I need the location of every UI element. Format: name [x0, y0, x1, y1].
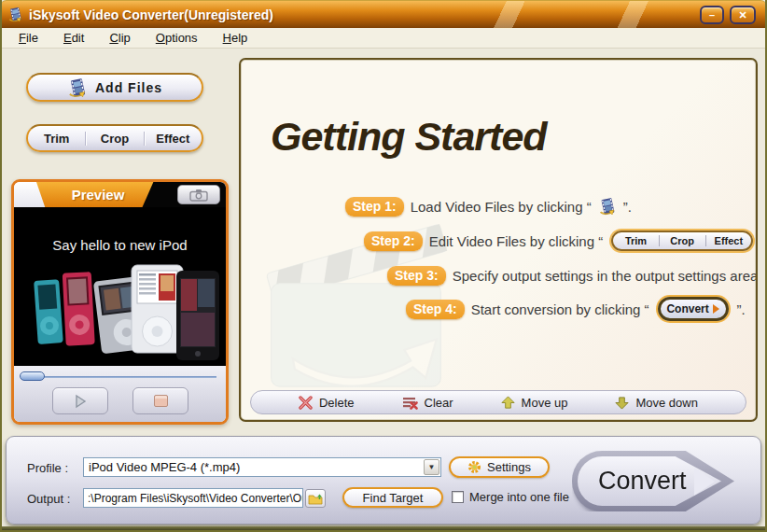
preview-tab: Preview [36, 182, 160, 207]
step-1-badge: Step 1: [345, 197, 404, 217]
step-4-badge: Step 4: [406, 300, 465, 319]
move-down-button[interactable]: Move down [615, 396, 697, 410]
merge-checkbox[interactable] [452, 491, 464, 503]
browse-output-folder-button[interactable] [305, 489, 326, 508]
play-icon [72, 393, 89, 410]
seek-slider-track[interactable] [23, 376, 216, 378]
menu-clip[interactable]: Clip [109, 31, 130, 45]
move-up-button[interactable]: Move up [501, 396, 568, 410]
output-settings-panel: Profile : iPod Video MPEG-4 (*.mp4) ▼ Se… [6, 436, 761, 525]
convert-label: Convert [598, 467, 687, 496]
menu-options[interactable]: Options [156, 31, 198, 45]
step-2-text: Edit Video Files by clicking “ [429, 233, 603, 249]
step-2-badge: Step 2: [364, 231, 423, 251]
play-button[interactable] [52, 387, 108, 414]
getting-started-heading: Getting Started [271, 114, 547, 160]
convert-button[interactable]: Convert [572, 451, 734, 511]
settings-label: Settings [487, 460, 531, 474]
stop-button[interactable] [132, 387, 188, 414]
preview-controls [14, 366, 226, 422]
minimize-button[interactable]: – [700, 6, 724, 24]
close-button[interactable]: ✕ [730, 6, 756, 24]
preview-title: Preview [72, 187, 125, 203]
step-3-row: Step 3: Specify output settings in the o… [387, 263, 758, 287]
profile-value: iPod Video MPEG-4 (*.mp4) [89, 460, 240, 474]
step-4-text: Start conversion by clicking “ [471, 301, 649, 317]
folder-icon [308, 493, 323, 505]
settings-button[interactable]: Settings [449, 456, 550, 478]
preview-video-area: Say hello to new iPod [14, 207, 226, 366]
preview-panel: Preview Say hello to new iPod [11, 179, 229, 425]
output-label: Output : [27, 492, 70, 506]
seek-slider-handle[interactable] [20, 371, 45, 381]
merge-checkbox-label[interactable]: Merge into one file [469, 490, 569, 504]
output-path-field[interactable]: :\Program Files\iSkysoft\Video Converter… [83, 488, 303, 508]
profile-dropdown-arrow-icon[interactable]: ▼ [424, 459, 439, 475]
step-4-text-after: ”. [737, 301, 746, 317]
edit-tools-button-group: Trim Crop Effect [26, 124, 203, 152]
mini-effect-label: Effect [706, 235, 752, 246]
clear-label: Clear [425, 396, 453, 410]
move-down-arrow-icon [615, 396, 629, 410]
step-3-badge: Step 3: [387, 266, 446, 286]
add-files-film-icon [67, 77, 88, 98]
step-1-row: Step 1: Load Video Files by clicking “ ” [345, 194, 632, 218]
gear-icon [467, 460, 481, 474]
move-up-label: Move up [522, 396, 568, 410]
step-4-convert-illustration: Convert [658, 297, 729, 321]
menu-file[interactable]: File [19, 31, 38, 45]
menu-edit[interactable]: Edit [63, 31, 84, 45]
getting-started-panel: Getting Started Step 1: Load Video Files… [239, 58, 758, 422]
titlebar-stripes-decoration [459, 1, 702, 29]
clear-list-icon [402, 396, 418, 410]
snapshot-button[interactable] [177, 185, 220, 204]
app-window: iSkysoft Video Converter(Unregistered) –… [0, 0, 767, 532]
effect-button[interactable]: Effect [145, 132, 202, 146]
mini-trim-label: Trim [613, 235, 660, 246]
output-path-value: :\Program Files\iSkysoft\Video Converter… [88, 492, 303, 505]
menu-bar: File Edit Clip Options Help [2, 28, 765, 49]
step-2-row: Step 2: Edit Video Files by clicking “ T… [364, 229, 758, 253]
file-list-toolbar: Delete Clear Move up [250, 390, 746, 414]
app-film-icon [7, 7, 23, 22]
window-bottom-edge [0, 526, 767, 532]
trim-button[interactable]: Trim [28, 132, 86, 146]
delete-button[interactable]: Delete [299, 396, 355, 410]
step-1-film-icon [598, 197, 617, 216]
move-up-arrow-icon [501, 396, 515, 410]
profile-label: Profile : [27, 461, 68, 475]
step-1-text: Load Video Files by clicking “ [411, 199, 592, 215]
step-4-row: Step 4: Start conversion by clicking “ C… [406, 297, 746, 321]
add-files-button[interactable]: Add Files [26, 73, 203, 102]
window-title: iSkysoft Video Converter(Unregistered) [29, 7, 273, 22]
step-3-text: Specify output settings in the output se… [453, 268, 758, 284]
find-target-button[interactable]: Find Target [342, 487, 443, 508]
mini-convert-label: Convert [666, 302, 708, 315]
ipod-family-image [21, 254, 219, 364]
convert-arrow-icon [694, 468, 715, 496]
step-2-edit-tools-illustration: Trim Crop Effect [611, 231, 753, 251]
add-files-label: Add Files [95, 80, 162, 95]
preview-header: Preview [14, 182, 226, 207]
convert-button-face: Convert [578, 456, 721, 506]
title-bar: iSkysoft Video Converter(Unregistered) –… [0, 0, 767, 28]
profile-select[interactable]: iPod Video MPEG-4 (*.mp4) ▼ [83, 457, 441, 477]
camera-icon [189, 189, 208, 202]
step-1-text-after: ”. [623, 199, 632, 215]
move-down-label: Move down [635, 396, 697, 410]
delete-label: Delete [319, 396, 355, 410]
delete-x-icon [299, 396, 313, 410]
find-target-label: Find Target [363, 491, 424, 505]
mini-convert-arrow-icon [713, 304, 719, 314]
menu-help[interactable]: Help [223, 31, 248, 45]
stop-icon [154, 395, 168, 407]
preview-video-caption: Say hello to new iPod [14, 237, 226, 253]
mini-crop-label: Crop [660, 235, 706, 246]
clear-button[interactable]: Clear [402, 396, 453, 410]
crop-button[interactable]: Crop [86, 132, 144, 146]
